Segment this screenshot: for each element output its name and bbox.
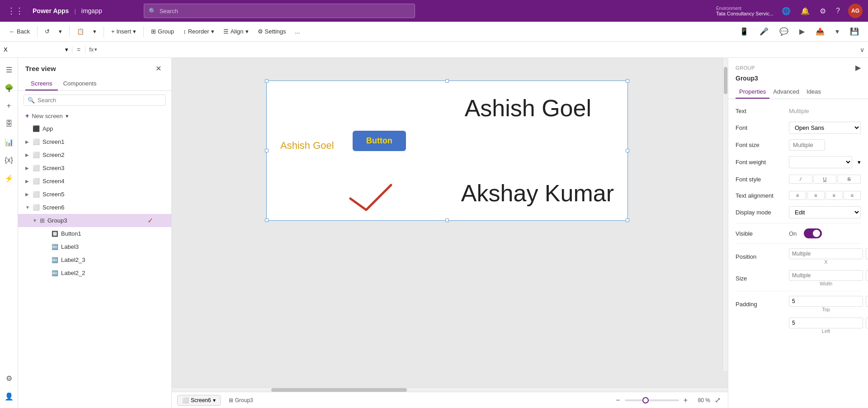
sidebar-settings-icon[interactable]: ⚙ [1, 370, 17, 386]
rp-align-center-button[interactable]: ≡ [807, 191, 824, 200]
rp-size-width-input[interactable] [789, 270, 863, 281]
zoom-in-button[interactable]: + [682, 395, 689, 405]
insert-button[interactable]: + Insert ▾ [108, 26, 140, 37]
tree-item-label2-3[interactable]: 🔤 Label2_3 ⋯ [18, 253, 171, 266]
preview-icon-btn[interactable]: 📱 [736, 25, 752, 38]
rp-padding-bottom-input[interactable] [866, 296, 868, 307]
rp-underline-button[interactable]: U [813, 175, 837, 184]
tree-item-app[interactable]: ⬛ App ⋯ [18, 122, 171, 135]
rp-strikethrough-button[interactable]: S [837, 175, 861, 184]
horizontal-scrollbar-thumb[interactable] [271, 388, 407, 392]
sidebar-formulas-icon[interactable]: {x} [1, 152, 17, 168]
copy-button[interactable]: 📋 [73, 26, 88, 37]
zoom-out-button[interactable]: − [614, 395, 622, 405]
rp-padding-right-input[interactable] [866, 318, 868, 328]
tree-item-screen4[interactable]: ▶ ⬜ Screen4 ⋯ [18, 175, 171, 188]
handle-bottom-right[interactable] [626, 218, 629, 222]
rp-tab-advanced[interactable]: Advanced [769, 85, 803, 99]
more-toolbar-button[interactable]: ... [292, 26, 304, 37]
rp-italic-button[interactable]: / [789, 175, 812, 184]
screen-tab[interactable]: ⬜ Screen6 ▾ [177, 395, 221, 406]
tree-item-group3[interactable]: ▼ ⊞ Group3 ✓ ⋯ [18, 214, 171, 227]
handle-top-left[interactable] [265, 79, 269, 83]
settings-toolbar-button[interactable]: ⚙ Settings [254, 26, 290, 37]
formula-expand-icon[interactable]: ∨ [856, 46, 868, 53]
handle-bottom-center[interactable] [445, 218, 449, 222]
rp-align-justify-button[interactable]: ≡ [844, 191, 861, 200]
rp-align-right-button[interactable]: ≡ [826, 191, 843, 200]
sidebar-insert-icon[interactable]: + [1, 98, 17, 114]
notifications-icon[interactable]: 🔔 [799, 5, 811, 17]
canvas-ashish-goel-large[interactable]: Ashish Goel [465, 95, 591, 122]
canvas-akshay-kumar[interactable]: Akshay Kumar [461, 180, 614, 207]
tree-close-button[interactable]: ✕ [153, 63, 164, 74]
cell-ref-dropdown[interactable]: ▾ [65, 46, 68, 53]
user-avatar[interactable]: AG [848, 4, 863, 18]
tree-item-screen3[interactable]: ▶ ⬜ Screen3 ⋯ [18, 161, 171, 175]
cell-reference[interactable]: X ▾ [0, 46, 72, 53]
publish-dropdown-btn[interactable]: ▾ [832, 25, 843, 38]
back-button[interactable]: ← Back [5, 26, 33, 37]
global-search-input[interactable] [160, 8, 410, 14]
tree-item-button1[interactable]: 🔲 Button1 ⋯ [18, 227, 171, 240]
rp-fontweight-select[interactable] [789, 156, 852, 168]
new-screen-button[interactable]: + New screen ▾ [18, 109, 171, 122]
canvas-scroll[interactable]: Ashish Goel Button Ashish Goel Akshay Ku… [172, 58, 728, 387]
handle-top-center[interactable] [445, 79, 449, 83]
sidebar-connectors-icon[interactable]: ⚡ [1, 170, 17, 186]
canvas-button[interactable]: Button [353, 131, 406, 151]
rp-tab-properties[interactable]: Properties [736, 85, 769, 99]
settings-icon[interactable]: ⚙ [818, 5, 828, 17]
rp-padding-top-input[interactable] [789, 296, 863, 307]
rp-padding-left-input[interactable] [789, 318, 863, 328]
rp-expand-icon[interactable]: ▶ [855, 63, 861, 72]
canvas-ashish-goel-label[interactable]: Ashish Goel [280, 140, 334, 152]
vertical-scrollbar[interactable] [722, 58, 728, 371]
tree-item-screen6[interactable]: ▼ ⬜ Screen6 ⋯ [18, 201, 171, 214]
rp-align-left-button[interactable]: ≡ [789, 191, 806, 200]
tree-item-screen2[interactable]: ▶ ⬜ Screen2 ⋯ [18, 148, 171, 161]
handle-top-right[interactable] [626, 79, 629, 83]
group-button[interactable]: ⊞ Group [147, 26, 178, 37]
tree-item-label3[interactable]: 🔤 Label3 ⋯ [18, 240, 171, 253]
handle-middle-left[interactable] [265, 149, 269, 152]
group-tab[interactable]: ⊞ Group3 [224, 395, 258, 405]
reorder-button[interactable]: ↕ Reorder ▾ [179, 26, 217, 37]
handle-bottom-left[interactable] [265, 218, 269, 222]
rp-tab-ideas[interactable]: Ideas [803, 85, 825, 99]
chat-icon-btn[interactable]: 💬 [776, 25, 792, 38]
sidebar-home-icon[interactable]: ☰ [1, 62, 17, 78]
vertical-scrollbar-thumb[interactable] [724, 67, 727, 94]
rp-size-height-input[interactable] [866, 270, 868, 281]
global-search-box[interactable]: 🔍 [144, 4, 415, 18]
environment-icon-btn[interactable]: 🌐 [780, 5, 793, 17]
align-button[interactable]: ☰ Align ▾ [220, 26, 252, 37]
rp-font-select[interactable]: Open Sans [789, 122, 861, 134]
tree-item-screen1[interactable]: ▶ ⬜ Screen1 ⋯ [18, 135, 171, 148]
fullscreen-button[interactable]: ⤢ [713, 395, 722, 405]
tree-tab-screens[interactable]: Screens [25, 77, 58, 90]
rp-fontsize-input[interactable] [789, 139, 825, 151]
run-icon-btn[interactable]: ▶ [796, 25, 808, 38]
tree-search-input[interactable] [38, 97, 162, 104]
tree-item-screen5[interactable]: ▶ ⬜ Screen5 ⋯ [18, 188, 171, 201]
undo-button[interactable]: ↺ [41, 26, 53, 37]
sidebar-user-icon[interactable]: 👤 [1, 388, 17, 404]
rp-position-y-input[interactable] [866, 248, 868, 259]
mic-icon-btn[interactable]: 🎤 [756, 25, 772, 38]
tree-tab-components[interactable]: Components [58, 77, 102, 90]
handle-middle-right[interactable] [626, 149, 629, 152]
publish-icon-btn[interactable]: 📤 [812, 25, 828, 38]
apps-grid-icon[interactable]: ⋮⋮ [5, 4, 25, 18]
rp-displaymode-select[interactable]: Edit [789, 206, 861, 218]
save-icon-btn[interactable]: 💾 [846, 25, 863, 38]
undo-dropdown-button[interactable]: ▾ [55, 26, 66, 37]
canvas-frame[interactable]: Ashish Goel Button Ashish Goel Akshay Ku… [266, 81, 628, 221]
horizontal-scrollbar[interactable] [172, 387, 728, 392]
tree-item-label2-2[interactable]: 🔤 Label2_2 ⋯ [18, 266, 171, 280]
sidebar-media-icon[interactable]: 📊 [1, 134, 17, 150]
zoom-slider[interactable] [625, 399, 679, 401]
copy-dropdown-button[interactable]: ▾ [90, 26, 100, 37]
rp-position-x-input[interactable] [789, 248, 863, 259]
formula-input[interactable] [101, 46, 856, 53]
